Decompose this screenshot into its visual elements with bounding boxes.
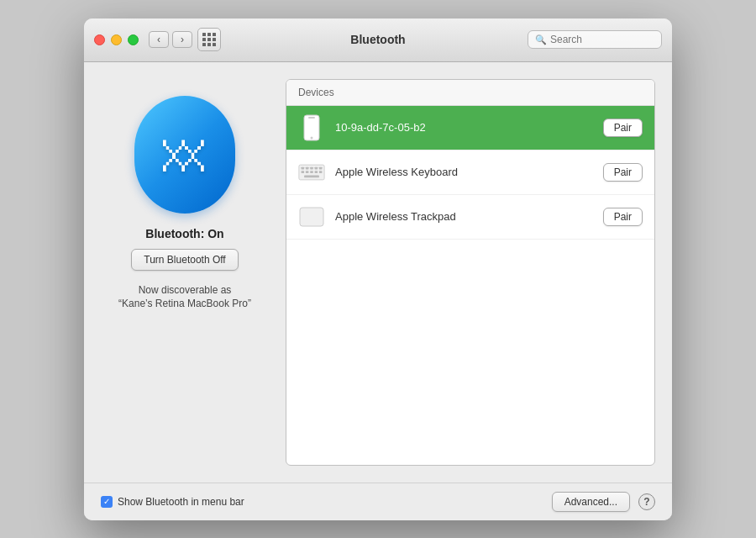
svg-rect-9	[302, 171, 305, 173]
content-area: ⯵ Bluetooth: On Turn Bluetooth Off Now d…	[84, 62, 672, 483]
discoverable-name: “Kane’s Retina MacBook Pro”	[118, 298, 251, 309]
svg-rect-4	[302, 166, 305, 169]
main-window: ‹ › Bluetooth 🔍 ⯵ Bluetooth: On	[84, 18, 672, 520]
trackpad-icon	[298, 203, 325, 230]
svg-rect-12	[315, 171, 318, 173]
bluetooth-icon: ⯵	[134, 96, 235, 214]
traffic-lights	[94, 34, 139, 45]
maximize-button[interactable]	[128, 34, 139, 45]
minimize-button[interactable]	[111, 34, 122, 45]
close-button[interactable]	[94, 34, 105, 45]
checkmark-icon: ✓	[103, 498, 110, 506]
window-title: Bluetooth	[350, 33, 405, 46]
device-row[interactable]: 10-9a-dd-7c-05-b2 Pair	[286, 106, 654, 150]
search-box[interactable]: 🔍	[528, 30, 662, 49]
grid-icon	[202, 33, 217, 47]
device-row[interactable]: Apple Wireless Trackpad Pair	[286, 195, 654, 240]
devices-panel: Devices 10-9a-dd-7c-05-b2 Pair	[286, 79, 655, 466]
titlebar: ‹ › Bluetooth 🔍	[84, 18, 672, 62]
keyboard-icon	[298, 159, 325, 186]
svg-rect-10	[306, 171, 309, 173]
right-panel: Devices 10-9a-dd-7c-05-b2 Pair	[286, 79, 655, 466]
svg-rect-14	[304, 175, 319, 177]
bluetooth-symbol: ⯵	[160, 129, 210, 180]
device-name: Apple Wireless Keyboard	[335, 166, 603, 178]
svg-rect-8	[319, 166, 323, 169]
pair-button-3[interactable]: Pair	[603, 208, 643, 226]
bottom-bar: ✓ Show Bluetooth in menu bar Advanced...…	[84, 483, 672, 520]
discoverable-text: Now discoverable as	[139, 282, 232, 298]
advanced-button[interactable]: Advanced...	[552, 492, 630, 512]
show-bluetooth-checkbox-wrap: ✓ Show Bluetooth in menu bar	[101, 496, 244, 508]
show-bluetooth-label: Show Bluetooth in menu bar	[118, 496, 244, 508]
svg-rect-1	[308, 117, 315, 119]
pair-button-2[interactable]: Pair	[603, 163, 643, 182]
bluetooth-status: Bluetooth: On	[145, 227, 223, 240]
svg-rect-7	[315, 166, 318, 169]
nav-buttons: ‹ ›	[149, 31, 192, 48]
svg-point-2	[311, 136, 313, 139]
svg-rect-15	[300, 208, 323, 226]
search-icon: 🔍	[535, 34, 547, 45]
pair-button-1[interactable]: Pair	[603, 119, 643, 137]
devices-header: Devices	[286, 80, 654, 106]
forward-button[interactable]: ›	[172, 31, 192, 48]
svg-rect-13	[319, 171, 323, 173]
show-bluetooth-checkbox[interactable]: ✓	[101, 496, 113, 508]
help-button[interactable]: ?	[638, 493, 655, 510]
svg-rect-11	[310, 171, 313, 173]
device-row[interactable]: Apple Wireless Keyboard Pair	[286, 150, 654, 195]
left-panel: ⯵ Bluetooth: On Turn Bluetooth Off Now d…	[101, 79, 269, 466]
turn-bluetooth-off-button[interactable]: Turn Bluetooth Off	[131, 249, 238, 271]
svg-rect-6	[310, 166, 313, 169]
back-button[interactable]: ‹	[149, 31, 169, 48]
svg-rect-5	[306, 166, 309, 169]
device-name: Apple Wireless Trackpad	[335, 210, 603, 223]
app-grid-button[interactable]	[197, 28, 221, 51]
phone-icon	[298, 114, 325, 141]
device-name: 10-9a-dd-7c-05-b2	[335, 121, 603, 134]
search-input[interactable]	[550, 34, 654, 45]
